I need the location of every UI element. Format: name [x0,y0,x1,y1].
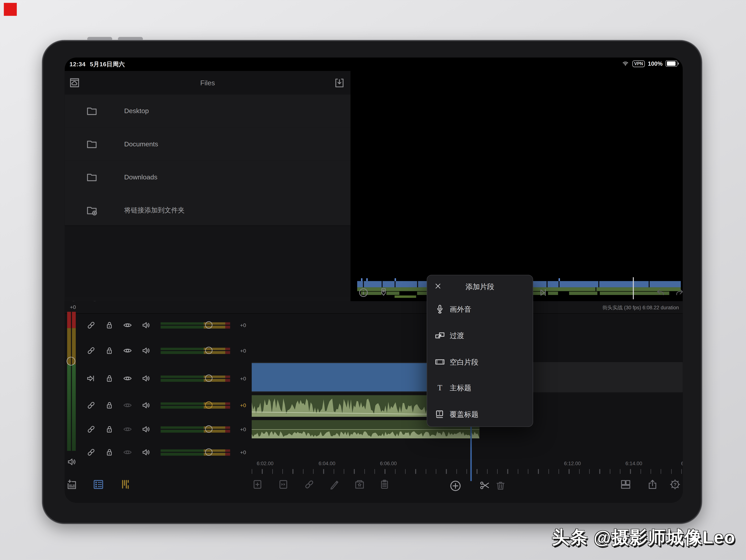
file-item-label: Downloads [124,173,157,181]
link-icon[interactable] [86,400,96,411]
lock-icon[interactable] [104,320,115,331]
file-item-desktop[interactable]: Desktop [65,94,350,128]
popup-item-label: 画外音 [450,305,471,314]
download-icon[interactable] [333,77,346,89]
popup-item-label: 空白片段 [450,358,479,367]
popup-item-main-title[interactable]: 主标题 [434,379,528,396]
timeline-section: +0 6:08.21 街头实战 (30 fps) 6:08.22 duratio… [65,301,683,503]
settings-help-icon[interactable] [669,478,681,491]
file-item-add-link-to-folder[interactable]: 将链接添加到文件夹 [65,194,350,226]
track-row-1: +0 [65,318,252,332]
share-icon[interactable] [647,478,659,491]
add-clip-icon[interactable] [449,479,462,493]
link-clips-icon[interactable] [303,478,316,491]
ratchet-icon[interactable] [86,373,96,384]
track-headers-icon[interactable] [92,478,105,491]
popup-item-blank-clip[interactable]: 空白片段 [434,354,528,371]
link-icon[interactable] [86,424,96,435]
eye-icon[interactable] [122,345,133,356]
microphone-icon [434,304,446,314]
speaker-icon[interactable] [141,424,151,435]
eye-icon[interactable] [122,373,133,384]
popup-header: 添加片段 [427,280,533,294]
add-track-icon[interactable] [66,478,78,491]
trash-icon[interactable] [494,479,507,492]
master-gain: +0 [66,304,80,310]
track-row-5: +0 [65,422,252,437]
video-preview[interactable] [353,71,683,277]
track-volume-slider[interactable] [161,449,230,455]
track-gain: +0 [233,426,253,432]
popup-item-voiceover[interactable]: 画外音 [434,301,528,318]
track-volume-slider[interactable] [161,402,230,408]
track-volume-slider[interactable] [161,322,230,328]
volume-knob[interactable] [205,347,212,354]
add-marker-icon[interactable] [378,287,390,299]
volume-knob[interactable] [205,425,212,433]
file-item-label: Desktop [124,107,149,115]
lock-icon[interactable] [104,447,115,458]
link-icon[interactable] [86,345,96,356]
lock-icon[interactable] [104,345,115,356]
track-row-3: +0 [65,371,252,386]
next-icon[interactable] [537,287,549,299]
transition-icon [434,330,446,341]
track-row-4: +0 [65,398,252,413]
layout-icon[interactable] [620,478,632,491]
lock-icon[interactable] [104,373,115,384]
audio-mixer-icon[interactable] [119,478,132,491]
file-item-downloads[interactable]: Downloads [65,161,350,194]
add-clip-popup: 添加片段 画外音 过渡 空白片段 主标题 [427,275,533,427]
overlay-title-icon [434,409,446,420]
track-row-6: +0 [65,445,252,459]
popup-title: 添加片段 [427,282,533,291]
effects-icon[interactable] [353,478,366,491]
speaker-icon[interactable] [141,373,151,384]
folder-add-icon [85,204,98,217]
popup-item-label: 覆盖标题 [450,410,479,419]
speaker-icon[interactable] [141,400,151,411]
lock-icon[interactable] [104,400,115,411]
track-volume-slider[interactable] [161,375,230,382]
speaker-icon[interactable] [141,320,151,331]
eye-icon[interactable] [122,424,133,435]
info-icon[interactable] [358,287,369,299]
status-bar-time: 12:345月16日周六 [69,60,129,69]
speaker-icon[interactable] [141,447,151,458]
volume-knob[interactable] [205,375,212,382]
wifi-icon [621,60,629,67]
files-panel: Files Desktop Documents Downloads [65,71,350,301]
ruler-label: 6:06.00 [380,460,397,466]
redo-icon[interactable] [673,287,683,299]
files-empty-area [65,239,350,297]
eye-icon[interactable] [122,447,133,458]
link-icon[interactable] [86,320,96,331]
status-bar-right: VPN 100% [621,60,679,67]
lock-icon[interactable] [104,424,115,435]
eye-icon[interactable] [122,400,133,411]
volume-knob[interactable] [205,401,212,409]
track-row-2: +0 [65,343,252,358]
folder-icon [85,105,98,117]
file-item-documents[interactable]: Documents [65,128,350,161]
track-volume-slider[interactable] [161,426,230,432]
volume-knob[interactable] [205,448,212,456]
clipboard-icon[interactable] [378,478,391,491]
scissors-icon[interactable] [479,479,491,492]
volume-knob[interactable] [205,321,212,329]
popup-item-transition[interactable]: 过渡 [434,327,528,344]
undo-icon[interactable] [655,287,666,299]
track-volume-slider[interactable] [161,347,230,354]
eye-icon[interactable] [122,320,133,331]
speaker-icon[interactable] [141,345,151,356]
files-header: Files [65,71,350,95]
timeline-ruler[interactable] [252,469,683,475]
popup-item-overlay-title[interactable]: 覆盖标题 [434,406,528,423]
track-gain: +0 [233,449,253,455]
ruler-label: 6: [681,460,683,466]
link-icon[interactable] [86,447,96,458]
overwrite-clip-icon[interactable] [277,478,290,491]
master-volume-knob[interactable] [67,357,75,365]
edit-pencil-icon[interactable] [328,478,341,491]
insert-clip-icon[interactable] [251,478,264,491]
